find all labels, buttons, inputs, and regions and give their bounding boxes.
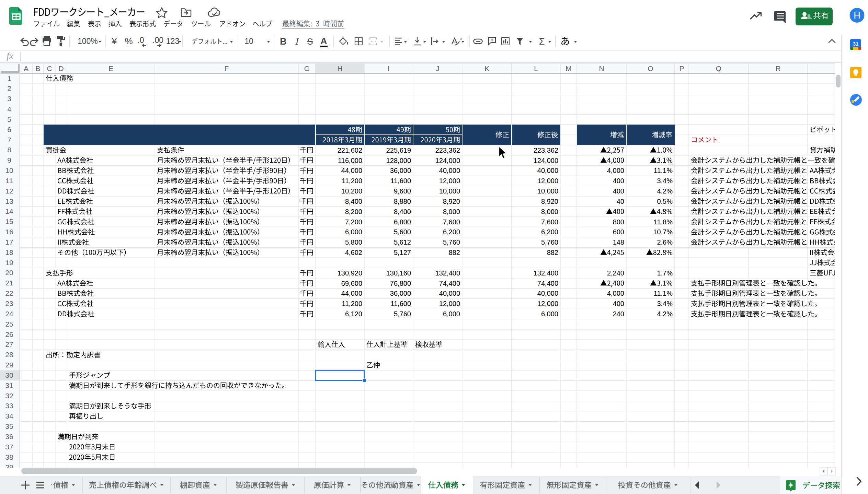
svg-text:21: 21 [5,279,13,287]
svg-text:P: P [679,64,684,72]
svg-text:A: A [321,36,327,46]
svg-text:2: 2 [7,84,11,92]
svg-text:4.2%: 4.2% [657,187,673,195]
svg-text:I: I [388,64,390,72]
svg-text:12,000: 12,000 [439,177,460,185]
svg-text:12,000: 12,000 [537,300,558,307]
svg-text:400: 400 [613,187,624,195]
svg-text:74,400: 74,400 [537,280,558,287]
svg-text:223,362: 223,362 [435,146,460,154]
svg-text:36,000: 36,000 [390,167,411,174]
svg-text:0.5%: 0.5% [657,198,673,205]
svg-text:8,880: 8,880 [394,198,411,205]
svg-text:33: 33 [5,402,13,410]
svg-text:14: 14 [5,207,13,215]
svg-text:29: 29 [5,361,13,369]
svg-text:6,200: 6,200 [443,228,460,236]
svg-text:5,612: 5,612 [394,238,411,246]
svg-text:6,200: 6,200 [541,228,558,236]
svg-text:31: 31 [853,41,859,47]
svg-text:11,600: 11,600 [390,177,411,185]
svg-text:15: 15 [5,217,13,225]
svg-text:B: B [35,64,40,72]
svg-text:148: 148 [613,238,624,246]
svg-text:44,000: 44,000 [341,290,362,297]
svg-text:12,000: 12,000 [439,300,460,307]
svg-text:6,120: 6,120 [345,310,362,318]
svg-text:J: J [436,64,439,72]
svg-text:G: G [304,64,310,72]
svg-text:2,240: 2,240 [607,269,624,277]
svg-text:10: 10 [244,37,253,46]
svg-text:12: 12 [5,187,13,195]
svg-text:124,000: 124,000 [435,157,460,164]
svg-text:R: R [775,64,780,72]
svg-text:H: H [337,64,342,72]
svg-text:7,200: 7,200 [345,218,362,226]
svg-text:225,619: 225,619 [386,146,411,154]
svg-text:36,000: 36,000 [390,290,411,297]
svg-text:882: 882 [449,249,460,256]
svg-text:11: 11 [5,177,13,185]
svg-text:8,000: 8,000 [541,208,558,215]
svg-text:7,600: 7,600 [443,218,460,226]
svg-text:6,000: 6,000 [345,228,362,236]
svg-text:5,127: 5,127 [394,249,411,256]
svg-text:30: 30 [5,371,13,379]
svg-text:600: 600 [613,228,624,236]
svg-text:¥: ¥ [112,36,117,46]
svg-text:N: N [599,64,604,72]
svg-text:6: 6 [7,126,11,133]
svg-text:7: 7 [7,136,11,144]
svg-text:3.4%: 3.4% [657,300,673,307]
svg-text:76,800: 76,800 [390,280,411,287]
svg-text:10.7%: 10.7% [653,228,673,236]
svg-text:2.6%: 2.6% [657,238,673,246]
svg-text:4.2%: 4.2% [657,310,673,318]
svg-text:38: 38 [5,453,13,461]
svg-text:3: 3 [7,95,11,103]
svg-text:37: 37 [5,443,13,451]
svg-text:8,400: 8,400 [394,208,411,215]
svg-text:4: 4 [7,105,11,113]
svg-text:16: 16 [5,228,13,236]
svg-text:M: M [566,64,572,72]
svg-text:6,800: 6,800 [394,218,411,226]
svg-text:240: 240 [613,310,624,318]
svg-text:400: 400 [613,177,624,185]
svg-text:8,000: 8,000 [443,208,460,215]
svg-text:fx: fx [7,50,14,61]
svg-text:F: F [225,64,229,72]
svg-text:11.8%: 11.8% [654,218,673,226]
svg-text:130,160: 130,160 [386,269,411,277]
svg-text:9,600: 9,600 [394,187,411,195]
svg-text:123: 123 [166,37,179,46]
svg-text:3.4%: 3.4% [657,177,673,185]
svg-text:36: 36 [5,433,13,440]
svg-text:O: O [648,64,653,72]
svg-text:18: 18 [5,248,13,256]
svg-text:K: K [484,64,489,72]
svg-text:10,000: 10,000 [537,187,558,195]
svg-text:26: 26 [5,330,13,338]
svg-text:Q: Q [716,64,721,72]
svg-text:8,920: 8,920 [443,198,460,205]
svg-text:34: 34 [5,412,13,420]
svg-text:6,000: 6,000 [541,310,558,318]
svg-text:20: 20 [5,269,13,277]
svg-text:19: 19 [5,259,13,267]
svg-text:8: 8 [7,146,11,154]
svg-text:11,200: 11,200 [342,177,362,185]
svg-text:31: 31 [5,381,13,389]
svg-text:17: 17 [5,238,13,246]
svg-text:124,000: 124,000 [534,157,558,164]
svg-text:5,800: 5,800 [345,238,362,246]
svg-text:1: 1 [7,74,11,82]
svg-text:7,600: 7,600 [541,218,558,226]
svg-text:10,000: 10,000 [439,187,460,195]
svg-text:13: 13 [5,197,13,205]
svg-text:27: 27 [5,340,13,348]
svg-text:882: 882 [547,249,558,256]
svg-text:11.1%: 11.1% [654,290,673,297]
svg-text:40,000: 40,000 [439,290,460,297]
